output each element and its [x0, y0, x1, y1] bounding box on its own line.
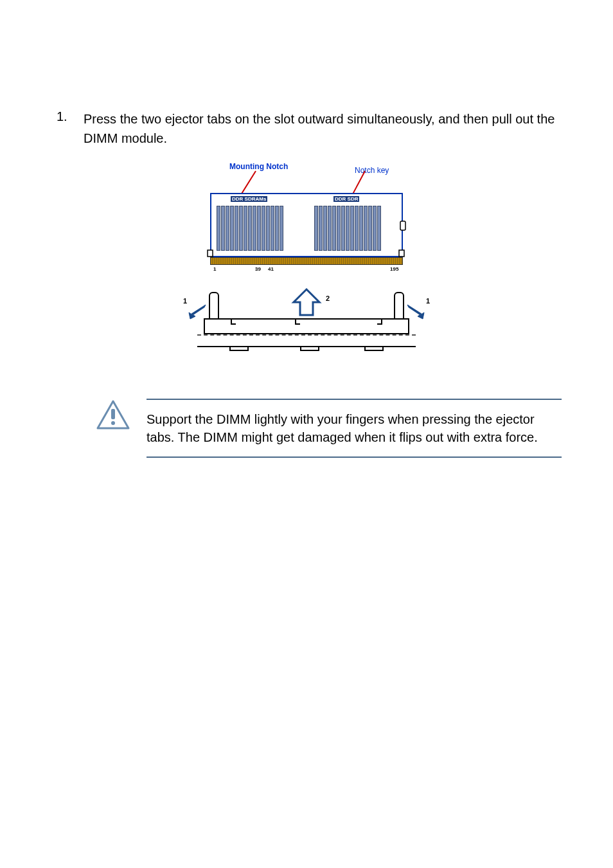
svg-rect-2	[399, 250, 404, 257]
arrow-outward-left-icon	[188, 301, 207, 320]
clip-right2-icon	[398, 249, 407, 258]
svg-point-4	[111, 421, 115, 425]
caution-icon	[95, 399, 131, 431]
slot-side-view: 1 2 1	[191, 289, 422, 354]
ejector-right	[394, 292, 404, 321]
arrow-outward-right-icon	[406, 301, 425, 320]
step-text: Press the two ejector tabs on the slot o…	[84, 109, 562, 148]
step-number: 1.	[51, 109, 84, 148]
marker-right-1: 1	[426, 297, 430, 305]
clip-left-icon	[206, 249, 215, 258]
slot-bottom	[197, 334, 416, 347]
dimm-chip-label-left: DDR SDRAMs	[231, 196, 267, 202]
caution-row: Support the DIMM lightly with your finge…	[51, 399, 562, 458]
pin-label-41: 41	[268, 266, 274, 272]
clip-right-icon	[399, 220, 408, 231]
label-mounting-notch: Mounting Notch	[229, 162, 288, 171]
dimm-chip-label-right: DDR SDR	[333, 196, 359, 202]
dimm-chips-left	[217, 206, 283, 251]
dimm-removal-diagram: Mounting Notch Notch key DDR SDRAMs DDR …	[165, 161, 448, 373]
dimm-module-graphic: DDR SDRAMs DDR SDR 1 39 41 195	[210, 193, 403, 270]
label-notch-key: Notch key	[355, 166, 389, 175]
svg-rect-3	[111, 409, 115, 419]
diagram-container: Mounting Notch Notch key DDR SDRAMs DDR …	[51, 161, 562, 373]
pin-label-39: 39	[255, 266, 261, 272]
svg-rect-0	[208, 250, 213, 257]
marker-left-1: 1	[183, 297, 187, 305]
marker-center-2: 2	[326, 294, 330, 302]
slot-base	[204, 318, 409, 334]
svg-rect-1	[400, 221, 405, 230]
pin-label-1: 1	[213, 266, 216, 272]
dimm-pins	[210, 257, 403, 265]
caution-text: Support the DIMM lightly with your finge…	[147, 410, 562, 446]
pin-label-195: 195	[390, 266, 398, 272]
dimm-body: DDR SDRAMs DDR SDR	[210, 193, 403, 257]
caution-content: Support the DIMM lightly with your finge…	[147, 399, 562, 458]
instruction-step: 1. Press the two ejector tabs on the slo…	[51, 109, 562, 148]
dimm-chips-right	[314, 206, 381, 251]
ejector-left	[209, 292, 219, 321]
